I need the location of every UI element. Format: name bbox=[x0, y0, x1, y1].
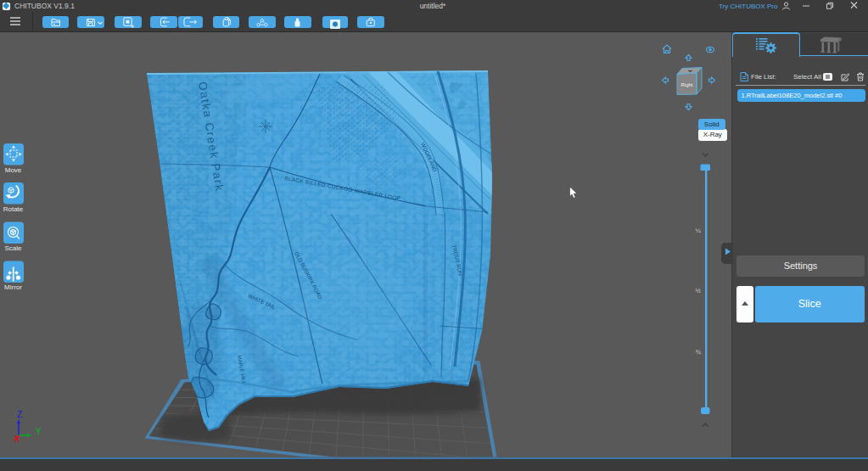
svg-text:¼: ¼ bbox=[696, 227, 702, 234]
svg-text:Y: Y bbox=[36, 427, 42, 436]
svg-text:½: ½ bbox=[696, 287, 702, 294]
svg-text:Right: Right bbox=[680, 82, 692, 87]
svg-text:¾: ¾ bbox=[696, 348, 702, 356]
svg-text:X: X bbox=[14, 435, 20, 444]
svg-text:Z: Z bbox=[17, 410, 22, 419]
